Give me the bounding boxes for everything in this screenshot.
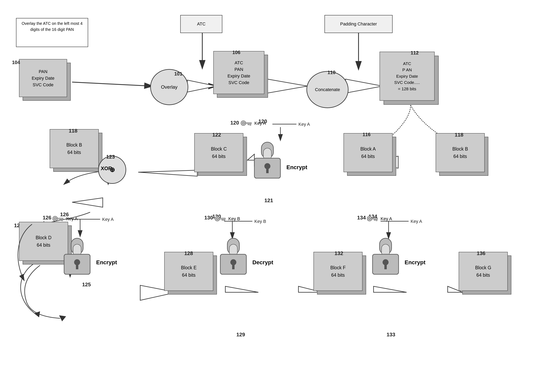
key-icon-126 (52, 215, 64, 222)
label-106: 106 (232, 50, 240, 55)
svg-rect-73 (222, 219, 223, 220)
svg-text:125: 125 (82, 281, 91, 287)
svg-text:121: 121 (264, 197, 273, 203)
overlay-note: Overlay the ATC on the left most 4 digit… (16, 18, 88, 47)
svg-point-69 (215, 216, 220, 221)
atc-pan-box: ATCPANExpiry DateSVC Code (213, 51, 269, 99)
key-126: Key A (52, 215, 77, 222)
svg-point-79 (367, 216, 372, 221)
label-122: 122 (212, 132, 221, 138)
svg-rect-72 (224, 219, 225, 221)
encrypt-label-121: Encrypt (286, 164, 307, 171)
svg-text:Key A: Key A (102, 217, 114, 222)
block-b-left: Block B64 bits (50, 129, 104, 173)
svg-marker-7 (267, 79, 307, 93)
lock-125 (60, 236, 94, 277)
label-123: 123 (106, 154, 115, 160)
svg-text:Key A: Key A (298, 122, 310, 127)
svg-rect-88 (384, 264, 387, 269)
key-130: Key B (214, 215, 240, 222)
lock-129 (216, 236, 250, 277)
label-101: 101 (174, 71, 182, 77)
label-118a: 118 (69, 128, 77, 134)
svg-line-5 (72, 82, 152, 86)
label-130: 130 (204, 215, 213, 221)
svg-marker-40 (373, 286, 407, 292)
diagram-svg: 102 108 Key A 120 (0, 0, 549, 392)
svg-rect-68 (76, 264, 78, 269)
encrypt-label-125: Encrypt (96, 259, 117, 266)
concat-circle: Concatenate (306, 71, 349, 108)
svg-marker-43 (34, 311, 40, 317)
svg-marker-21 (72, 198, 103, 207)
label-128: 128 (184, 250, 193, 256)
svg-rect-78 (232, 264, 234, 269)
lock-133 (369, 236, 403, 277)
svg-rect-83 (374, 219, 375, 220)
svg-point-59 (53, 216, 57, 221)
block-e: Block E64 bits (164, 252, 218, 296)
lock-121 (250, 140, 284, 181)
svg-text:129: 129 (236, 332, 245, 337)
atc-box: ATC (180, 15, 222, 33)
key-icon-130 (214, 215, 226, 222)
svg-rect-53 (248, 124, 249, 125)
svg-marker-34 (225, 286, 258, 292)
svg-marker-11 (345, 79, 383, 93)
key-icon-134 (366, 215, 379, 222)
block-c: Block C64 bits (194, 133, 248, 177)
svg-text:Key B: Key B (254, 219, 266, 224)
svg-rect-51 (245, 123, 251, 124)
label-132: 132 (334, 250, 343, 256)
diagram: 102 108 Key A 120 (0, 0, 549, 392)
svg-point-49 (241, 121, 246, 126)
key-120: Key A (240, 120, 266, 127)
svg-rect-58 (266, 168, 269, 173)
svg-marker-22 (138, 170, 197, 176)
label-110: 110 (327, 70, 336, 75)
padding-box: Padding Character (324, 15, 393, 33)
svg-rect-62 (62, 219, 63, 221)
xor-text: XOR (101, 165, 112, 172)
svg-rect-82 (376, 219, 377, 221)
pan-box: PANExpiry DateSVC Code (19, 59, 71, 101)
label-134: 134 (357, 215, 366, 221)
svg-text:133: 133 (387, 332, 395, 337)
result-box: ATCP ANExpiry DateSVC Code.....= 128 bit… (380, 52, 440, 106)
overlay-circle: Overlay (150, 69, 188, 105)
label-120: 120 (230, 120, 239, 126)
svg-text:Key A: Key A (411, 219, 422, 224)
decrypt-label-129: Decrypt (252, 259, 273, 266)
block-b-right: Block B64 bits (436, 133, 490, 177)
key-icon-120 (240, 120, 252, 127)
block-f: Block F64 bits (313, 252, 367, 296)
curve-block-d (12, 220, 52, 290)
svg-marker-6 (187, 80, 216, 92)
block-a: Block A64 bits (344, 133, 398, 177)
label-118b: 118 (455, 132, 463, 138)
svg-marker-24 (59, 315, 66, 321)
svg-rect-71 (219, 218, 225, 219)
key-134: Key A (366, 215, 392, 222)
encrypt-label-133: Encrypt (405, 259, 425, 266)
label-104: 104 (12, 60, 20, 65)
label-126: 126 (43, 215, 51, 221)
block-g: Block G64 bits (459, 252, 513, 296)
label-116: 116 (363, 132, 371, 137)
svg-rect-81 (372, 218, 378, 219)
svg-rect-63 (60, 219, 61, 220)
label-112: 112 (411, 50, 419, 56)
label-136: 136 (477, 250, 485, 256)
svg-rect-52 (250, 124, 251, 125)
dash-126 (65, 219, 73, 219)
svg-rect-61 (57, 218, 63, 219)
